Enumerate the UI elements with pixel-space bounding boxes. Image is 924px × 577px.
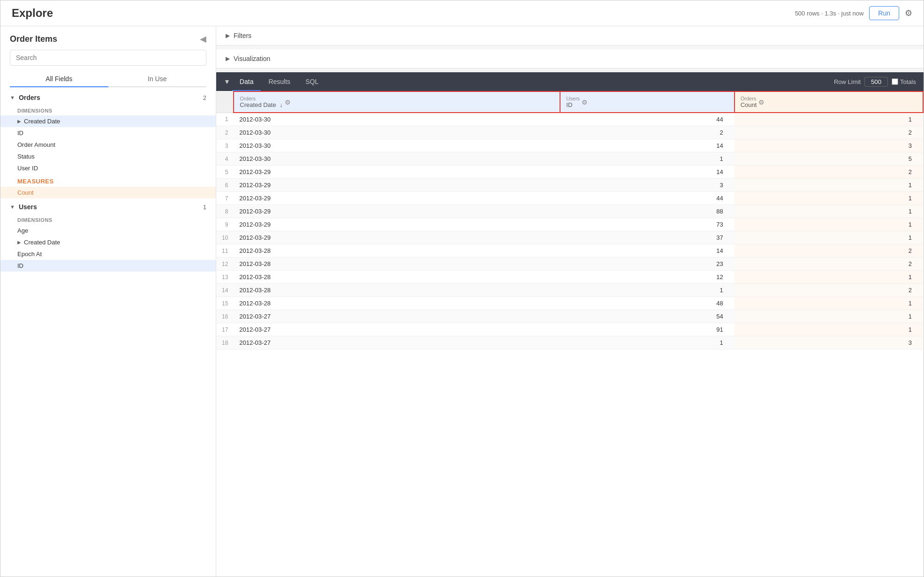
tab-data[interactable]: Data	[232, 72, 261, 91]
table-row: 18 2012-03-27 1 3	[216, 336, 923, 349]
row-number: 2	[216, 126, 234, 139]
sidebar-tabs: All Fields In Use	[10, 71, 206, 87]
visualization-section[interactable]: ▶ Visualization	[216, 49, 924, 68]
cell-user-id: 44	[560, 113, 734, 126]
field-users-age[interactable]: Age	[0, 225, 216, 236]
main-layout: Order Items ◀ All Fields In Use ▼ Orders	[0, 26, 924, 577]
cell-count: 2	[735, 284, 923, 297]
field-users-epoch-at[interactable]: Epoch At	[0, 248, 216, 260]
table-header-row: Orders Created Date ↓ ⚙	[216, 91, 923, 113]
row-number: 7	[216, 192, 234, 205]
run-button[interactable]: Run	[869, 6, 899, 20]
field-users-id[interactable]: ID	[0, 260, 216, 272]
row-number: 6	[216, 179, 234, 192]
cell-user-id: 73	[560, 218, 734, 231]
col-name: Created Date ↓	[240, 101, 282, 108]
field-users-created-date[interactable]: ▶ Created Date	[0, 236, 216, 248]
field-orders-count[interactable]: Count	[0, 187, 216, 198]
table-row: 10 2012-03-29 37 1	[216, 231, 923, 244]
cell-created-date: 2012-03-30	[234, 139, 560, 152]
cell-created-date: 2012-03-29	[234, 231, 560, 244]
row-number: 10	[216, 231, 234, 244]
users-group-label: Users	[19, 203, 37, 211]
cell-user-id: 48	[560, 297, 734, 310]
header-right: 500 rows · 1.3s · just now Run ⚙	[795, 6, 912, 20]
cell-user-id: 14	[560, 166, 734, 179]
orders-group-header[interactable]: ▼ Orders 2	[0, 91, 216, 104]
tab-in-use[interactable]: In Use	[108, 71, 207, 86]
cell-count: 2	[735, 126, 923, 139]
users-dimensions-label: DIMENSIONS	[0, 213, 216, 225]
cell-created-date: 2012-03-27	[234, 323, 560, 336]
field-orders-created-date[interactable]: ▶ Created Date	[0, 115, 216, 127]
col-gear-icon[interactable]: ⚙	[285, 99, 291, 106]
data-tabs-bar: ▼ Data Results SQL Row Limit Totals	[216, 72, 924, 91]
table-row: 15 2012-03-28 48 1	[216, 297, 923, 310]
sidebar-content: ▼ Orders 2 DIMENSIONS ▶ Created Date ID	[0, 87, 216, 577]
tab-sql[interactable]: SQL	[298, 72, 326, 91]
col-header-created-date[interactable]: Orders Created Date ↓ ⚙	[234, 91, 560, 113]
field-orders-order-amount[interactable]: Order Amount	[0, 139, 216, 151]
orders-group-left: ▼ Orders	[10, 94, 40, 101]
row-number: 13	[216, 271, 234, 284]
cell-count: 1	[735, 113, 923, 126]
col-header-count[interactable]: Orders Count ⚙	[735, 91, 923, 113]
row-number: 14	[216, 284, 234, 297]
cell-count: 1	[735, 192, 923, 205]
cell-user-id: 1	[560, 152, 734, 166]
row-number: 17	[216, 323, 234, 336]
cell-user-id: 1	[560, 336, 734, 349]
totals-checkbox-label: Totals	[892, 78, 916, 85]
settings-icon[interactable]: ⚙	[905, 8, 912, 18]
col-header-user-id[interactable]: Users ID ⚙	[560, 91, 734, 113]
row-number: 5	[216, 166, 234, 179]
data-collapse-icon: ▼	[224, 78, 230, 85]
table-row: 9 2012-03-29 73 1	[216, 218, 923, 231]
table-row: 11 2012-03-28 14 2	[216, 244, 923, 258]
table-row: 3 2012-03-30 14 3	[216, 139, 923, 152]
col-header-content: Orders Count ⚙	[741, 96, 917, 108]
app-title: Explore	[12, 7, 53, 20]
data-panel: ▼ Data Results SQL Row Limit Totals	[216, 72, 924, 577]
cell-count: 2	[735, 166, 923, 179]
row-num-header	[216, 91, 234, 113]
viz-label: Visualization	[234, 55, 270, 62]
col-gear-icon[interactable]: ⚙	[758, 99, 765, 106]
users-group-header[interactable]: ▼ Users 1	[0, 200, 216, 213]
row-number: 11	[216, 244, 234, 258]
search-input[interactable]	[10, 50, 206, 66]
col-prefix-orders: Orders	[240, 96, 282, 101]
filters-section[interactable]: ▶ Filters	[216, 26, 924, 46]
row-number: 18	[216, 336, 234, 349]
row-number: 9	[216, 218, 234, 231]
sort-icon: ↓	[280, 101, 283, 108]
table-row: 14 2012-03-28 1 2	[216, 284, 923, 297]
field-label: Created Date	[24, 118, 60, 125]
row-number: 12	[216, 258, 234, 271]
filters-label: Filters	[234, 32, 251, 39]
field-label: Epoch At	[17, 251, 42, 258]
table-row: 4 2012-03-30 1 5	[216, 152, 923, 166]
cell-created-date: 2012-03-27	[234, 310, 560, 323]
field-orders-user-id[interactable]: User ID	[0, 162, 216, 174]
cell-user-id: 2	[560, 126, 734, 139]
row-limit-input[interactable]	[864, 77, 888, 87]
field-orders-status[interactable]: Status	[0, 151, 216, 162]
users-group: ▼ Users 1 DIMENSIONS Age ▶ Created Date	[0, 200, 216, 272]
users-chevron-icon: ▼	[10, 204, 15, 210]
viz-expand-icon: ▶	[226, 55, 230, 62]
tab-all-fields[interactable]: All Fields	[10, 71, 108, 86]
col-header-text: Orders Created Date ↓	[240, 96, 282, 108]
cell-user-id: 23	[560, 258, 734, 271]
field-orders-id[interactable]: ID	[0, 127, 216, 139]
tab-results[interactable]: Results	[261, 72, 298, 91]
collapse-sidebar-button[interactable]: ◀	[200, 34, 206, 44]
col-gear-icon[interactable]: ⚙	[582, 99, 588, 106]
col-header-text: Orders Count	[741, 96, 757, 108]
cell-created-date: 2012-03-29	[234, 192, 560, 205]
cell-count: 1	[735, 218, 923, 231]
totals-checkbox[interactable]	[892, 78, 898, 85]
col-name: ID	[566, 101, 572, 108]
sidebar-title-row: Order Items ◀	[10, 34, 206, 44]
orders-dimensions-label: DIMENSIONS	[0, 104, 216, 115]
